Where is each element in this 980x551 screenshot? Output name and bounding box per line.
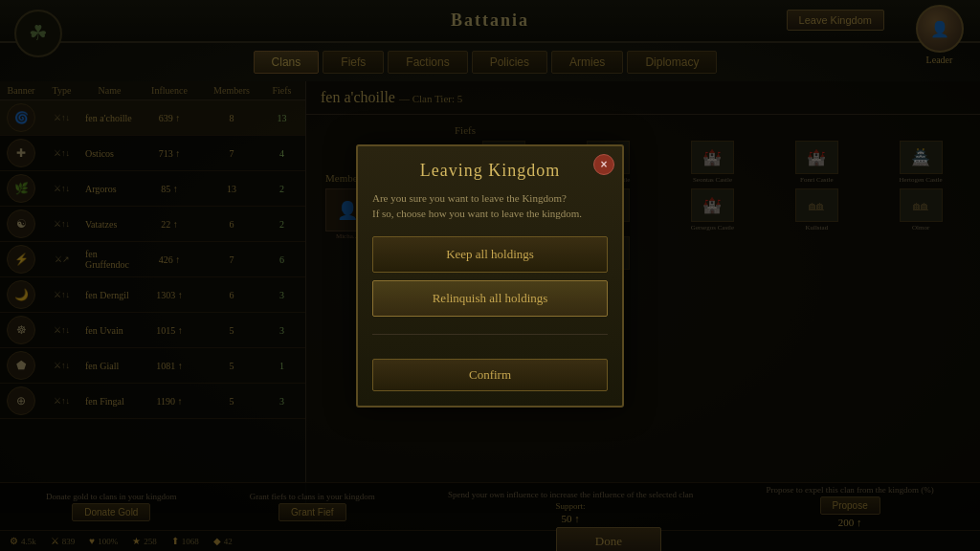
modal-title: Leaving Kingdom bbox=[372, 161, 608, 181]
modal-close-button[interactable]: × bbox=[593, 154, 614, 175]
confirm-button[interactable]: Confirm bbox=[372, 359, 608, 391]
leaving-kingdom-dialog: × Leaving Kingdom Are you sure you want … bbox=[356, 144, 624, 408]
relinquish-holdings-button[interactable]: Relinquish all holdings bbox=[372, 280, 608, 317]
modal-overlay: × Leaving Kingdom Are you sure you want … bbox=[0, 0, 980, 551]
modal-divider bbox=[372, 334, 608, 335]
keep-holdings-button[interactable]: Keep all holdings bbox=[372, 236, 608, 273]
modal-description: Are you sure you want to leave the Kingd… bbox=[372, 190, 608, 222]
